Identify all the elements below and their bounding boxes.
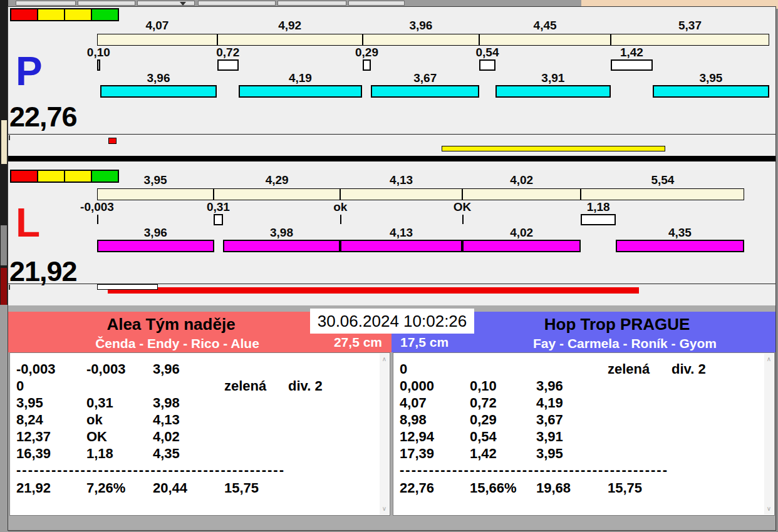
split-segment (462, 188, 581, 200)
table-cell: -0,003 (16, 361, 86, 377)
gap-time-label: 0,10 (87, 46, 110, 59)
gap-time-label: 0,72 (216, 46, 239, 59)
table-cell (288, 445, 373, 462)
scrollbar[interactable]: ∧ ∨ (764, 354, 774, 514)
panel-letter: L (16, 203, 40, 243)
throw-time-label: 4,19 (289, 72, 312, 84)
throw-labels-lane: 3,964,193,673,913,95 (97, 72, 769, 84)
team-distance: 17,5 cm (400, 335, 449, 350)
app-window: 4,074,923,964,455,37 0,100,720,290,541,4… (8, 6, 776, 531)
summary-cell: 21,92 (16, 479, 86, 496)
marker-bar (108, 287, 639, 294)
table-cell: 0,10 (470, 377, 536, 394)
table-cell (224, 411, 288, 428)
dash-separator: ----------------------------------------… (400, 462, 758, 478)
gap-box (581, 214, 616, 225)
scroll-up-icon[interactable]: ∧ (380, 356, 389, 363)
gap-time-label: 1,42 (620, 46, 643, 59)
table-cell (224, 361, 288, 377)
score-list-left[interactable]: -0,003-0,0033,960zelenádiv. 23,950,313,9… (9, 352, 390, 516)
table-cell (288, 361, 373, 377)
scroll-up-icon[interactable]: ∧ (764, 356, 774, 363)
scroll-down-icon[interactable]: ∨ (380, 505, 389, 513)
gap-time-label: -0,003 (80, 201, 114, 213)
screen: 4,074,923,964,455,37 0,100,720,290,541,4… (0, 0, 778, 532)
gap-tick-icon (97, 215, 98, 224)
summary-cell: 19,68 (536, 479, 608, 496)
throw-time-label: 3,67 (413, 72, 437, 84)
table-cell: 1,18 (86, 445, 153, 462)
table-cell: 4,02 (153, 428, 224, 445)
throw-bar (653, 85, 769, 98)
gap-box (611, 59, 653, 71)
table-cell: 12,37 (16, 428, 86, 445)
score-list-right[interactable]: 0zelenádiv. 20,0000,103,964,070,724,198,… (393, 352, 775, 516)
table-cell (672, 445, 758, 462)
split-time-label: 4,29 (266, 174, 289, 187)
split-segment (581, 188, 744, 200)
split-segment (340, 188, 462, 200)
table-cell (224, 428, 288, 445)
summary-cell (288, 479, 373, 496)
gap-time-label: 0,29 (355, 46, 378, 59)
panel-total-time: 22,76 (9, 103, 77, 131)
team-name: Alea Tým naděje (8, 315, 334, 334)
table-cell (608, 377, 672, 394)
table-cell: -0,003 (86, 361, 153, 377)
table-cell (672, 394, 758, 411)
background-toolbar-segment (277, 1, 346, 6)
dash-separator: ----------------------------------------… (16, 462, 373, 478)
split-time-label: 4,92 (278, 19, 301, 32)
table-cell: 4,19 (536, 394, 608, 411)
table-cell: 8,24 (16, 411, 86, 428)
gap-bar-lane (97, 59, 769, 71)
table-row: -0,003-0,0033,96 (16, 361, 373, 377)
panel-p: 4,074,923,964,455,37 0,100,720,290,541,4… (8, 7, 775, 156)
table-cell: 4,35 (153, 445, 224, 462)
panel-l: 3,954,294,134,025,54 -0,0030,31okOK1,18 … (8, 161, 775, 305)
split-bar-lane (97, 188, 769, 200)
table-cell: 8,98 (400, 411, 470, 428)
throw-bar (616, 240, 744, 252)
background-fragment (1, 225, 7, 265)
summary-row: 21,927,26%20,4415,75 (16, 479, 373, 496)
table-row: 8,24ok4,13 (16, 411, 373, 428)
table-cell: 0,000 (400, 377, 470, 394)
background-fragment (1, 120, 7, 164)
gap-tick-icon (340, 215, 341, 224)
background-toolbar-segment (198, 1, 276, 6)
table-cell: 0 (16, 377, 86, 394)
table-cell: 16,39 (16, 445, 86, 462)
split-time-label: 4,02 (510, 174, 533, 187)
scrollbar[interactable]: ∧ ∨ (380, 354, 389, 514)
table-cell: 3,95 (16, 394, 86, 411)
table-cell: ok (86, 411, 153, 428)
table-cell: 3,96 (153, 361, 224, 377)
table-cell: 0,31 (86, 394, 153, 411)
gap-box (97, 59, 100, 71)
table-row: 4,070,724,19 (400, 394, 758, 411)
gap-time-label: ok (333, 201, 347, 213)
scroll-down-icon[interactable]: ∨ (764, 505, 774, 513)
split-segment (479, 34, 611, 46)
split-segment (611, 34, 769, 46)
table-cell: 0,29 (470, 411, 536, 428)
split-segment (363, 34, 480, 46)
summary-row: 22,7615,66%19,6815,75 (400, 479, 758, 496)
table-cell: div. 2 (672, 361, 758, 377)
table-row: 17,391,423,95 (400, 445, 758, 462)
summary-cell: 7,26% (86, 479, 153, 496)
background-fragment (1, 268, 7, 305)
table-cell (608, 445, 672, 462)
team-players: Fay - Carmela - Roník - Gyom (476, 336, 774, 351)
table-cell (608, 394, 672, 411)
team-name: Hop Trop PRAGUE (473, 315, 761, 334)
throw-labels-lane: 3,963,984,134,024,35 (97, 227, 769, 239)
marker-bar (108, 138, 117, 144)
table-cell (288, 428, 373, 445)
table-cell: OK (86, 428, 153, 445)
split-time-label: 4,45 (534, 19, 557, 32)
gap-time-label: OK (454, 201, 472, 213)
status-box (10, 8, 38, 21)
split-labels-lane: 3,954,294,134,025,54 (97, 174, 769, 187)
